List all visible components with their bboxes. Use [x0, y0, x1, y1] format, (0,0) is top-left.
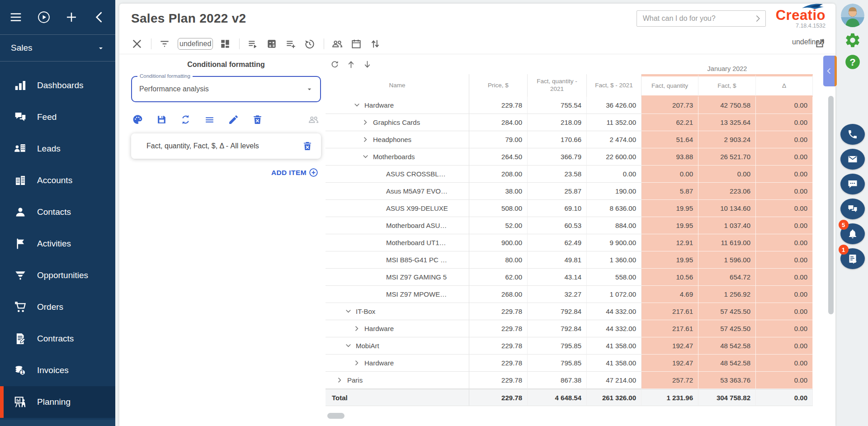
command-go-icon[interactable]	[754, 14, 762, 23]
notifications-button[interactable]: 5	[840, 223, 865, 244]
palette-icon[interactable]	[132, 114, 143, 125]
sidebar-menu: DashboardsFeedLeadsAccountsContactsActiv…	[0, 62, 115, 420]
sidebar-item-label: Dashboards	[37, 80, 83, 90]
settings-gear-icon[interactable]	[844, 32, 861, 49]
value-cell: 48 542.58	[698, 355, 756, 372]
sidebar-item-leads[interactable]: Leads	[0, 133, 115, 165]
chevron-down-icon[interactable]	[345, 308, 352, 315]
command-line-input[interactable]	[643, 14, 754, 23]
sidebar-item-activities[interactable]: Activities	[0, 228, 115, 260]
lines-icon[interactable]	[204, 114, 215, 125]
chevron-right-icon[interactable]	[336, 377, 343, 383]
value-cell: 62.49	[528, 234, 587, 251]
table-row: ASUS X99-DELUXE508.0069.108 636.0019.951…	[326, 200, 813, 217]
close-icon[interactable]	[131, 38, 143, 50]
sidebar-item-contacts[interactable]: Contacts	[0, 196, 115, 228]
sidebar-item-planning[interactable]: Planning	[0, 386, 115, 418]
chevron-down-icon[interactable]	[345, 342, 352, 349]
chevron-right-icon[interactable]	[362, 136, 369, 143]
value-cell: 10 134.60	[698, 200, 756, 217]
palette-icon-icon[interactable]: undefined	[179, 40, 211, 47]
row-name-cell: Graphics Cards	[326, 114, 469, 131]
phone-button[interactable]	[840, 124, 865, 145]
workspace-selector[interactable]: Sales	[0, 35, 115, 61]
conversations-button[interactable]	[840, 199, 865, 219]
chevron-right-icon[interactable]	[354, 360, 360, 366]
vertical-scrollbar-thumb[interactable]	[828, 96, 834, 314]
table-row: IT-Box229.78792.8444 332.00217.6157 425.…	[326, 303, 813, 320]
value-cell: 43.14	[528, 269, 587, 286]
logo-block: Creatio 7.18.4.1532	[776, 9, 826, 29]
value-cell: 217.61	[642, 320, 698, 337]
value-cell: 79.00	[469, 131, 528, 148]
column-header[interactable]: Name	[326, 74, 469, 97]
chevron-right-icon[interactable]	[362, 119, 369, 126]
row-name-cell: ASUS CROSSBL…	[326, 166, 469, 183]
formatting-rule-card[interactable]: Fact, quantity, Fact, $, Δ - All levels	[131, 133, 321, 159]
value-cell: 44 332.00	[587, 320, 642, 337]
sidebar-item-feed[interactable]: Feed	[0, 101, 115, 133]
tasks-button[interactable]: 1	[840, 248, 865, 269]
svg-text:?: ?	[849, 57, 856, 68]
users-icon[interactable]	[308, 114, 319, 125]
collapse-left-icon[interactable]	[93, 10, 106, 24]
column-header[interactable]: Price, $	[469, 74, 528, 97]
help-icon[interactable]: ?	[844, 53, 861, 71]
rows-add-icon[interactable]	[285, 38, 297, 50]
add-item-button[interactable]: ADD ITEM	[131, 168, 318, 177]
refresh-icon[interactable]	[330, 60, 340, 69]
save-icon[interactable]	[156, 114, 167, 125]
arrow-up-icon[interactable]	[346, 60, 356, 69]
filter-icon[interactable]	[159, 38, 170, 50]
sidebar-item-label: Activities	[37, 239, 71, 249]
sidebar-item-invoices[interactable]: 1Invoices	[0, 355, 115, 386]
value-cell: 0.00	[756, 131, 813, 148]
column-header[interactable]: Fact, quantity	[642, 74, 698, 97]
delete-icon[interactable]	[252, 114, 263, 125]
sort-updown-icon[interactable]	[369, 38, 381, 50]
plus-icon[interactable]	[65, 10, 78, 24]
palette-icon-selected-button[interactable]: undefined	[178, 38, 213, 50]
column-header[interactable]: Fact, quantity - 2021	[528, 74, 587, 97]
edit-pencil-icon[interactable]	[228, 114, 239, 125]
sidebar-item-orders[interactable]: Orders	[0, 291, 115, 323]
column-header[interactable]: Fact, $ - 2021	[587, 74, 642, 97]
sidebar-item-accounts[interactable]: Accounts	[0, 165, 115, 196]
column-header[interactable]: Δ	[756, 74, 813, 97]
sidebar-item-label: Accounts	[37, 175, 72, 185]
history-icon[interactable]	[304, 38, 316, 50]
value-cell: 192.47	[642, 337, 698, 355]
chat-icon	[847, 179, 858, 189]
calculator-icon[interactable]	[266, 38, 278, 50]
arrow-down-icon[interactable]	[363, 60, 372, 69]
users-icon[interactable]	[331, 38, 343, 50]
menu-icon[interactable]	[9, 10, 23, 24]
toolbar-left: undefined	[131, 38, 388, 50]
delete-rule-icon[interactable]	[302, 141, 313, 151]
play-circle-icon[interactable]	[37, 10, 51, 24]
sidebar-item-contracts[interactable]: Contracts	[0, 323, 115, 355]
table-row: ASUS CROSSBL…208.0023.580.000.000.000.00	[326, 166, 813, 183]
rows-move-icon[interactable]	[247, 38, 259, 50]
sidebar-item-opportunities[interactable]: Opportunities	[0, 260, 115, 291]
value-cell: 9 900.00	[587, 234, 642, 251]
sidebar-item-dashboards[interactable]: Dashboards	[0, 70, 115, 101]
value-cell: 2 903.24	[698, 131, 756, 148]
sync-icon[interactable]	[180, 114, 191, 125]
panel-collapse-tab[interactable]	[823, 56, 837, 86]
chat-button[interactable]	[840, 174, 865, 194]
column-header[interactable]: Fact, $	[698, 74, 756, 97]
settings-gear-icon[interactable]: undefined	[792, 38, 804, 50]
calendar-icon[interactable]	[350, 38, 362, 50]
horizontal-scrollbar-thumb[interactable]	[327, 413, 344, 419]
chevron-right-icon[interactable]	[354, 325, 360, 332]
formatting-select[interactable]: Conditional formatting Performance analy…	[131, 76, 321, 102]
value-cell: 218.09	[528, 114, 587, 131]
value-cell: 2 474.00	[587, 131, 642, 148]
user-avatar[interactable]	[841, 4, 864, 27]
open-external-icon[interactable]	[814, 38, 826, 50]
chevron-down-icon[interactable]	[354, 102, 360, 109]
email-button[interactable]	[840, 149, 865, 170]
dashboard-grid-icon[interactable]	[219, 38, 231, 50]
chevron-down-icon[interactable]	[362, 153, 369, 160]
